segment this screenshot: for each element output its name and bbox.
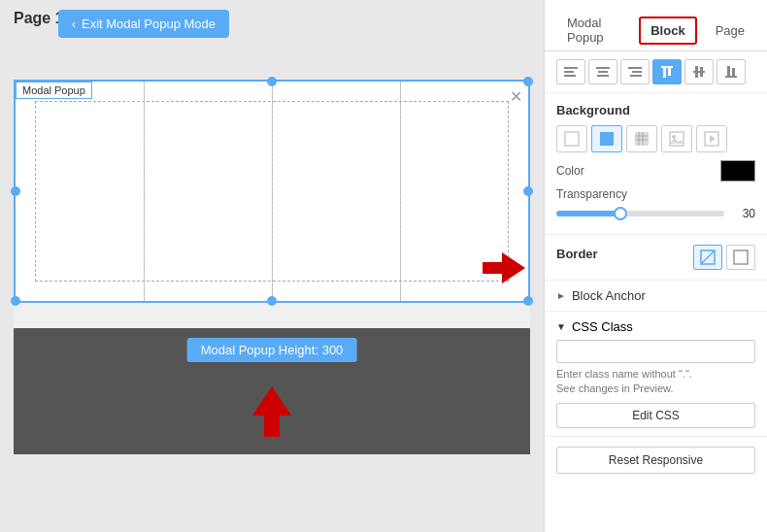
exit-button-label: Exit Modal Popup Mode <box>82 17 216 31</box>
css-class-label: CSS Class <box>572 319 633 334</box>
color-swatch[interactable] <box>720 160 755 182</box>
up-arrow <box>252 386 291 437</box>
color-label: Color <box>556 164 584 178</box>
block-anchor-label: Block Anchor <box>572 288 646 303</box>
background-type-row <box>556 125 755 152</box>
modal-label: Modal Popup <box>16 82 92 99</box>
border-row: Border <box>556 245 755 270</box>
svg-rect-31 <box>734 250 748 264</box>
align-left-button[interactable] <box>556 59 585 84</box>
svg-rect-19 <box>600 132 614 146</box>
transparency-row: Transparency <box>556 187 755 201</box>
border-diagonal-button[interactable] <box>693 245 722 270</box>
slider-row: 30 <box>556 207 755 220</box>
svg-line-30 <box>701 250 715 264</box>
svg-point-26 <box>672 135 676 139</box>
handle-bottom-center[interactable] <box>267 296 277 306</box>
svg-rect-18 <box>565 132 579 146</box>
css-class-collapse-icon: ▼ <box>556 321 566 332</box>
svg-rect-17 <box>732 68 735 76</box>
background-section: Background Color Transparency <box>545 93 767 235</box>
slider-thumb <box>614 207 627 220</box>
border-solid-button[interactable] <box>726 245 755 270</box>
transparency-label: Transparency <box>556 187 627 201</box>
svg-rect-8 <box>630 75 642 77</box>
left-panel: Page 1 ‹ Exit Modal Popup Mode Modal Pop… <box>0 0 544 532</box>
svg-rect-0 <box>564 67 578 69</box>
tab-page[interactable]: Page <box>705 17 755 44</box>
handle-top-right[interactable] <box>523 77 533 86</box>
tab-bar: Modal Popup Block Page <box>545 0 767 51</box>
block-anchor-collapse-icon: ► <box>556 290 566 301</box>
edit-css-button[interactable]: Edit CSS <box>556 403 755 428</box>
handle-middle-left[interactable] <box>11 186 20 196</box>
svg-rect-3 <box>596 67 610 69</box>
svg-rect-1 <box>564 71 574 73</box>
align-top-button[interactable] <box>652 59 682 84</box>
handle-top-center[interactable] <box>267 77 277 86</box>
svg-rect-16 <box>727 66 730 76</box>
svg-rect-2 <box>564 75 576 77</box>
svg-marker-28 <box>710 135 716 143</box>
handle-bottom-left[interactable] <box>11 296 20 306</box>
modal-dashed-border <box>35 101 509 282</box>
border-section: Border <box>545 235 767 281</box>
svg-rect-12 <box>693 71 705 73</box>
right-arrow <box>483 252 525 283</box>
bg-image-button[interactable] <box>661 125 692 152</box>
close-icon[interactable]: ✕ <box>510 87 522 106</box>
modal-inner: Modal Popup ✕ <box>14 80 530 303</box>
height-label: Modal Popup Height: 300 <box>187 338 357 362</box>
svg-rect-9 <box>661 66 673 68</box>
border-buttons <box>693 245 755 270</box>
css-class-input[interactable] <box>556 340 755 363</box>
arrow-stem-right <box>483 262 502 274</box>
border-title: Border <box>556 247 598 261</box>
svg-rect-15 <box>725 76 737 78</box>
align-center-h-button[interactable] <box>588 59 617 84</box>
css-class-section: ▼ CSS Class Enter class name without "."… <box>545 312 767 437</box>
right-panel: Modal Popup Block Page Back <box>544 0 767 532</box>
chevron-left-icon: ‹ <box>72 17 76 31</box>
handle-middle-right[interactable] <box>523 186 533 196</box>
arrow-stem-up <box>264 416 280 437</box>
color-row: Color <box>556 160 755 182</box>
alignment-row <box>545 51 767 93</box>
handle-bottom-right[interactable] <box>523 296 533 306</box>
align-middle-button[interactable] <box>684 59 714 84</box>
svg-rect-14 <box>700 67 703 77</box>
css-hint: Enter class name without ".". See change… <box>556 367 755 397</box>
tab-modal-popup[interactable]: Modal Popup <box>556 10 631 50</box>
bg-none-button[interactable] <box>556 125 587 152</box>
reset-responsive-button[interactable]: Reset Responsive <box>556 447 755 474</box>
svg-rect-6 <box>628 67 642 69</box>
svg-rect-7 <box>632 71 642 73</box>
reset-section: Reset Responsive <box>545 437 767 483</box>
arrow-head-right-icon <box>502 252 525 283</box>
background-title: Background <box>556 103 755 117</box>
block-anchor-row[interactable]: ► Block Anchor <box>545 281 767 312</box>
svg-rect-5 <box>597 75 609 77</box>
svg-rect-11 <box>668 68 671 76</box>
bg-pattern-button[interactable] <box>626 125 657 152</box>
align-right-button[interactable] <box>620 59 650 84</box>
tab-block[interactable]: Block <box>639 17 696 45</box>
transparency-value: 30 <box>732 207 755 220</box>
arrow-head-up-icon <box>252 386 291 416</box>
exit-modal-button[interactable]: ‹ Exit Modal Popup Mode <box>58 10 229 38</box>
svg-rect-4 <box>598 71 608 73</box>
bg-video-button[interactable] <box>696 125 727 152</box>
css-class-header[interactable]: ▼ CSS Class <box>556 319 755 334</box>
align-bottom-button[interactable] <box>717 59 746 84</box>
bg-color-button[interactable] <box>591 125 622 152</box>
transparency-slider[interactable] <box>556 211 724 216</box>
modal-area: Modal Popup ✕ Modal Popup Height: 300 <box>14 80 530 454</box>
page-title: Page 1 <box>14 10 64 27</box>
svg-rect-13 <box>695 66 698 78</box>
svg-rect-20 <box>635 132 649 146</box>
svg-rect-10 <box>663 68 666 78</box>
